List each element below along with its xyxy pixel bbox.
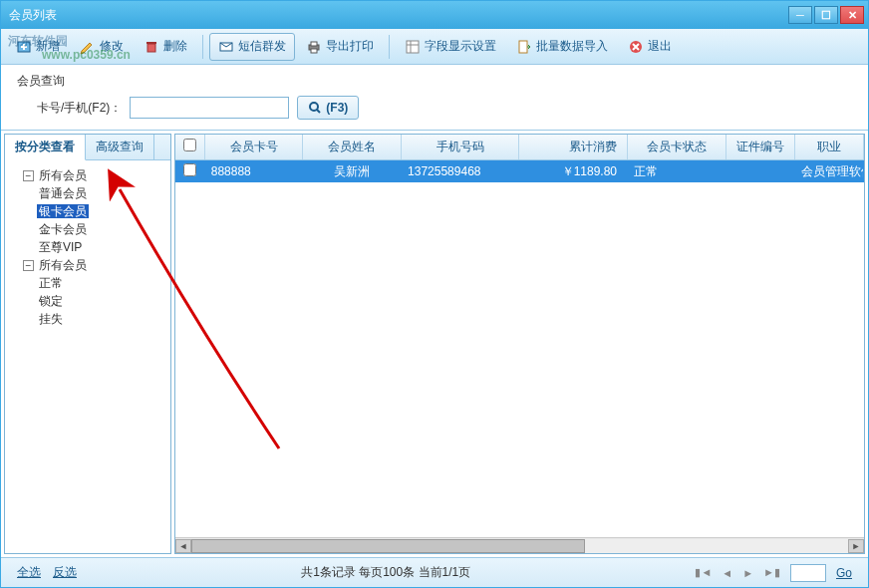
cell-phone: 13725589468	[402, 162, 519, 180]
tree-item[interactable]: 锁定	[37, 292, 166, 310]
tree-item[interactable]: −所有会员 普通会员 银卡会员 金卡会员 至尊VIP	[23, 166, 166, 256]
select-all-link[interactable]: 全选	[17, 564, 41, 581]
col-phone[interactable]: 手机号码	[402, 135, 519, 159]
edit-button[interactable]: 修改	[71, 33, 133, 61]
col-spend[interactable]: 累计消费	[519, 135, 628, 159]
svg-rect-7	[519, 41, 527, 53]
svg-rect-1	[147, 44, 155, 52]
search-button-label: (F3)	[326, 101, 348, 115]
col-job[interactable]: 职业	[795, 135, 864, 159]
pencil-icon	[80, 39, 96, 55]
collapse-icon[interactable]: −	[23, 170, 34, 181]
new-button[interactable]: 新增	[7, 33, 69, 61]
select-all-checkbox[interactable]	[183, 139, 196, 151]
search-section: 会员查询 卡号/手机(F2)： (F3)	[1, 65, 868, 130]
cell-card: 888888	[205, 162, 304, 180]
pager: ▮◄ ◄ ► ►▮ Go	[695, 564, 852, 582]
prev-page-icon[interactable]: ◄	[722, 567, 732, 579]
svg-rect-5	[311, 49, 317, 53]
tree-item[interactable]: 正常	[37, 274, 166, 292]
window-title: 会员列表	[5, 7, 788, 24]
invert-link[interactable]: 反选	[53, 564, 77, 581]
fields-button[interactable]: 字段显示设置	[396, 33, 505, 61]
exit-button[interactable]: 退出	[619, 33, 681, 61]
col-status[interactable]: 会员卡状态	[628, 135, 726, 159]
tree: −所有会员 普通会员 银卡会员 金卡会员 至尊VIP −所有会员 正常 锁定 挂…	[5, 160, 170, 553]
import-label: 批量数据导入	[536, 38, 608, 55]
collapse-icon[interactable]: −	[23, 260, 34, 271]
cell-idno	[726, 169, 795, 173]
separator	[202, 35, 203, 59]
exit-icon	[628, 39, 644, 55]
cell-name: 吴新洲	[303, 161, 402, 182]
page-input[interactable]	[790, 564, 826, 582]
titlebar: 会员列表 ─ ☐ ✕	[1, 1, 868, 29]
sms-label: 短信群发	[238, 38, 286, 55]
delete-button[interactable]: 删除	[135, 33, 196, 61]
svg-point-9	[310, 103, 318, 111]
left-panel: 按分类查看 高级查询 −所有会员 普通会员 银卡会员 金卡会员 至尊VIP −所…	[4, 134, 171, 554]
row-checkbox[interactable]	[183, 163, 196, 176]
cell-job: 会员管理软件	[795, 161, 864, 182]
exit-label: 退出	[648, 38, 672, 55]
tree-item[interactable]: 挂失	[37, 310, 166, 328]
search-label: 卡号/手机(F2)：	[37, 100, 122, 117]
search-input[interactable]	[130, 97, 289, 119]
table-row[interactable]: 888888 吴新洲 13725589468 ￥1189.80 正常 会员管理软…	[175, 160, 864, 182]
fields-icon	[405, 39, 421, 55]
import-button[interactable]: 批量数据导入	[507, 33, 617, 61]
cell-status: 正常	[628, 161, 726, 182]
svg-rect-6	[407, 41, 419, 53]
search-button[interactable]: (F3)	[297, 96, 359, 120]
search-group-title: 会员查询	[17, 73, 852, 90]
go-link[interactable]: Go	[836, 566, 852, 580]
next-page-icon[interactable]: ►	[742, 567, 753, 579]
plus-icon	[16, 39, 32, 55]
tree-item[interactable]: 金卡会员	[37, 220, 166, 238]
grid-panel: 会员卡号 会员姓名 手机号码 累计消费 会员卡状态 证件编号 职业 888888…	[174, 134, 865, 554]
toolbar: 新增 修改 删除 短信群发 导出打印 字段显示设置 批量数据导入	[1, 29, 868, 65]
tree-item[interactable]: 银卡会员	[37, 202, 166, 220]
grid-body[interactable]: 888888 吴新洲 13725589468 ￥1189.80 正常 会员管理软…	[175, 160, 864, 537]
import-icon	[516, 39, 532, 55]
col-card[interactable]: 会员卡号	[205, 135, 304, 159]
col-idno[interactable]: 证件编号	[726, 135, 795, 159]
delete-icon	[144, 39, 159, 55]
close-button[interactable]: ✕	[840, 6, 864, 24]
export-label: 导出打印	[326, 38, 374, 55]
new-label: 新增	[36, 38, 60, 55]
svg-rect-4	[311, 42, 317, 46]
scroll-right-icon[interactable]: ►	[848, 539, 864, 553]
tab-category[interactable]: 按分类查看	[5, 135, 86, 160]
search-icon	[308, 101, 322, 115]
tree-item[interactable]: 普通会员	[37, 184, 166, 202]
tab-advanced[interactable]: 高级查询	[86, 135, 154, 159]
minimize-button[interactable]: ─	[788, 6, 812, 24]
first-page-icon[interactable]: ▮◄	[695, 566, 712, 579]
export-button[interactable]: 导出打印	[297, 33, 383, 61]
tree-item[interactable]: −所有会员 正常 锁定 挂失	[23, 256, 166, 328]
scroll-thumb[interactable]	[191, 539, 585, 553]
fields-label: 字段显示设置	[425, 38, 496, 55]
record-info: 共1条记录 每页100条 当前1/1页	[97, 564, 675, 581]
delete-label: 删除	[163, 38, 187, 55]
last-page-icon[interactable]: ►▮	[763, 566, 780, 579]
maximize-button[interactable]: ☐	[814, 6, 838, 24]
col-checkbox[interactable]	[175, 135, 205, 159]
footer: 全选 反选 共1条记录 每页100条 当前1/1页 ▮◄ ◄ ► ►▮ Go	[1, 557, 868, 587]
cell-spend: ￥1189.80	[519, 161, 628, 182]
tree-item[interactable]: 至尊VIP	[37, 238, 166, 256]
col-name[interactable]: 会员姓名	[303, 135, 402, 159]
scroll-left-icon[interactable]: ◄	[175, 539, 191, 553]
mail-icon	[218, 39, 234, 55]
horizontal-scrollbar[interactable]: ◄ ►	[175, 537, 864, 553]
edit-label: 修改	[100, 38, 124, 55]
sms-button[interactable]: 短信群发	[209, 33, 295, 61]
printer-icon	[306, 39, 322, 55]
separator	[389, 35, 390, 59]
grid-header: 会员卡号 会员姓名 手机号码 累计消费 会员卡状态 证件编号 职业	[175, 135, 864, 160]
